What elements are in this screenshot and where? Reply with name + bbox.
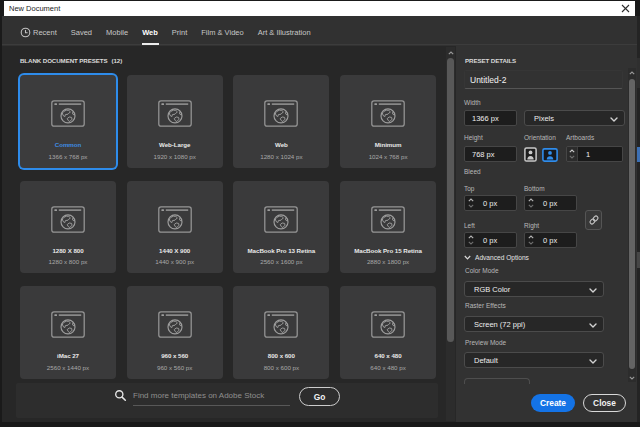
preset-card[interactable]: Web-Large1920 x 1080 px [127,75,223,168]
artboards-value[interactable]: 1 [578,147,622,161]
tab-bar: Recent Saved Mobile Web Print Film & Vid… [2,16,637,45]
more-settings-button-partial[interactable] [464,378,530,384]
tab-art-illustration[interactable]: Art & Illustration [251,20,318,45]
background-app-bottom [0,422,640,427]
advanced-options-toggle[interactable]: Advanced Options [464,254,529,261]
color-mode-select[interactable]: RGB Color [464,281,604,297]
bleed-left-stepper[interactable] [465,233,477,247]
preview-mode-label: Preview Mode [465,339,506,346]
bleed-bottom-input[interactable]: 0 px [524,195,577,211]
landscape-icon [542,148,558,162]
tab-saved[interactable]: Saved [64,20,99,45]
chevron-down-icon[interactable] [468,204,474,208]
preset-card[interactable]: 960 x 560960 x 560 px [127,286,223,379]
chain-link-icon [588,214,600,226]
chevron-down-icon[interactable] [528,241,534,245]
bleed-bottom-stepper[interactable] [525,196,537,210]
preset-name: iMac 27 [57,352,79,360]
browser-globe-icon [371,311,405,338]
scroll-down-icon[interactable] [629,376,635,380]
chevron-down-icon[interactable] [569,155,575,159]
chevron-down-icon[interactable] [528,204,534,208]
chevron-up-icon[interactable] [468,235,474,239]
browser-globe-icon [264,100,298,127]
close-button[interactable]: Close [583,394,626,412]
preset-name: Web [275,141,288,149]
preset-card[interactable]: 1440 X 9001440 x 900 px [127,181,223,274]
preset-name: 640 x 480 [375,352,402,360]
preset-card[interactable]: Minimum1024 x 768 px [340,75,436,168]
chevron-up-icon[interactable] [569,149,575,153]
preset-size: 1024 x 768 px [369,153,408,161]
presets-scrollbar-thumb[interactable] [447,58,454,342]
artboards-stepper-arrows[interactable] [567,147,578,161]
bleed-link-button[interactable] [585,210,602,230]
width-label: Width [464,99,481,106]
preset-card[interactable]: Common1366 x 768 px [20,75,116,168]
scroll-up-icon[interactable] [448,51,454,55]
window-title: New Document [9,1,60,16]
preset-name: Minimum [375,141,402,149]
bleed-top-stepper[interactable] [465,196,477,210]
bleed-bottom-label: Bottom [524,185,545,192]
chevron-up-icon[interactable] [528,198,534,202]
bleed-right-stepper[interactable] [525,233,537,247]
window-close-icon[interactable] [621,4,630,13]
preset-name: Web-Large [159,141,190,149]
bleed-right-input[interactable]: 0 px [524,232,577,248]
preset-card[interactable]: 640 x 480640 x 480 px [340,286,436,379]
adobe-stock-search-bar: Find more templates on Adobe Stock Go [16,383,438,418]
preset-details-header: PRESET DETAILS [465,57,516,64]
tab-mobile[interactable]: Mobile [99,20,135,45]
artboards-stepper[interactable]: 1 [566,146,623,162]
tab-print[interactable]: Print [165,20,194,45]
scroll-up-icon[interactable] [629,71,635,75]
preset-name: 1440 X 900 [159,247,190,255]
tab-web[interactable]: Web [135,20,165,45]
chevron-up-icon[interactable] [528,235,534,239]
browser-globe-icon [371,100,405,127]
browser-globe-icon [158,311,192,338]
bleed-top-label: Top [464,185,474,192]
units-select[interactable]: Pixels [524,110,625,126]
details-scrollbar-thumb[interactable] [629,79,635,369]
search-placeholder: Find more templates on Adobe Stock [133,391,264,400]
details-scrollbar[interactable] [628,68,636,382]
preset-name: MacBook Pro 15 Retina [354,247,422,255]
bleed-top-input[interactable]: 0 px [464,195,517,211]
clock-icon [20,27,31,38]
preset-card[interactable]: MacBook Pro 15 Retina2880 x 1800 px [340,181,436,274]
browser-globe-icon [264,206,298,233]
raster-effects-select[interactable]: Screen (72 ppi) [464,316,604,332]
search-icon [114,389,127,402]
document-name-input[interactable]: Untitled-2 [464,70,623,89]
preset-size: 2560 x 1440 px [47,364,89,372]
chevron-down-icon[interactable] [468,241,474,245]
presets-scrollbar[interactable] [446,47,455,421]
width-input[interactable]: 1366 px [464,110,517,126]
search-input[interactable]: Find more templates on Adobe Stock [133,386,290,406]
color-mode-label: Color Mode [465,267,499,274]
go-button[interactable]: Go [299,387,340,406]
preset-card[interactable]: MacBook Pro 13 Retina2560 x 1600 px [233,181,329,274]
bleed-right-label: Right [524,222,539,229]
tab-recent[interactable]: Recent [13,20,64,45]
browser-globe-icon [51,311,85,338]
preset-card[interactable]: 1280 X 8001280 x 800 px [20,181,116,274]
preset-size: 1366 x 768 px [49,153,88,161]
preset-card[interactable]: iMac 272560 x 1440 px [20,286,116,379]
orientation-landscape-button[interactable] [542,148,558,162]
create-button[interactable]: Create [531,394,575,412]
bleed-left-input[interactable]: 0 px [464,232,517,248]
orientation-portrait-button[interactable] [524,147,537,162]
height-input[interactable]: 768 px [464,146,517,162]
preset-size: 1440 x 900 px [155,258,194,266]
chevron-up-icon[interactable] [468,198,474,202]
chevron-down-icon [589,359,597,364]
preview-mode-select[interactable]: Default [464,352,604,368]
preset-card[interactable]: Web1280 x 1024 px [233,75,329,168]
tab-film-video[interactable]: Film & Video [194,20,250,45]
preset-size: 960 x 560 px [157,364,192,372]
preset-card[interactable]: 800 x 600800 x 600 px [233,286,329,379]
browser-globe-icon [158,100,192,127]
